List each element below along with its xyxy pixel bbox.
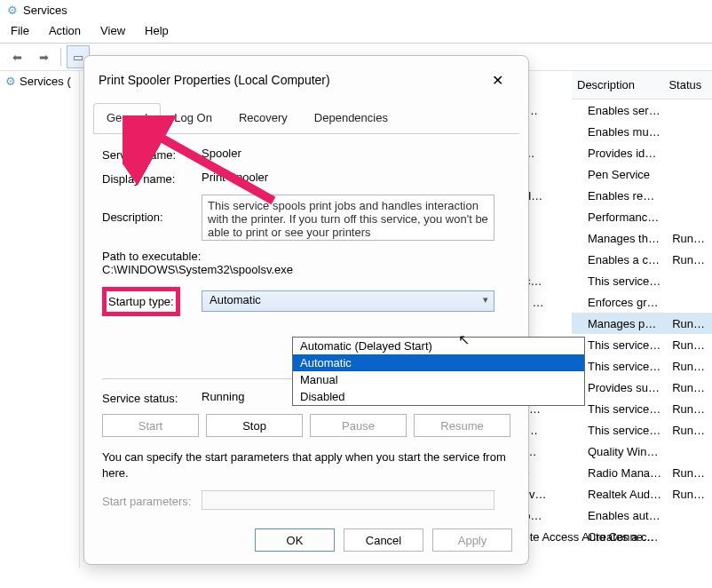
label-path: Path to executable:	[102, 250, 201, 263]
table-row[interactable]: Notifi…This service …Runnin	[572, 355, 712, 377]
ok-button[interactable]: OK	[255, 528, 335, 552]
dropdown-option[interactable]: Automatic	[293, 354, 584, 371]
pause-button[interactable]: Pause	[310, 414, 407, 437]
value-path: C:\WINDOWS\System32\spoolsv.exe	[102, 263, 293, 276]
menu-file[interactable]: File	[11, 24, 29, 37]
close-button[interactable]: ✕	[480, 67, 514, 93]
gear-icon: ⚙	[5, 75, 16, 88]
label-service-name: Service name:	[102, 147, 202, 162]
back-button[interactable]: ⬅	[5, 45, 28, 68]
table-header: Description Status	[572, 71, 712, 99]
tree-root-label[interactable]: Services (	[20, 75, 71, 88]
dropdown-option[interactable]: Disabled	[293, 388, 584, 405]
dropdown-option[interactable]: Manual	[293, 371, 584, 388]
table-row[interactable]: Manages po…Runnin	[572, 313, 712, 334]
col-status[interactable]: Status	[663, 71, 712, 99]
table-row[interactable]: ertsPerformance…	[572, 206, 712, 227]
apply-button[interactable]: Apply	[432, 528, 512, 552]
dialog-title: Print Spooler Properties (Local Computer…	[99, 73, 330, 87]
label-display-name: Display name:	[102, 171, 202, 186]
table-row[interactable]: ity M…Provides ide…	[572, 142, 712, 163]
table-row[interactable]: eshoo…Enables aut…	[572, 505, 712, 526]
table-row[interactable]: rol Pa…This service …Runnin	[572, 398, 712, 419]
table-row[interactable]: al Serv…Realtek Audi…Runnin	[572, 483, 712, 505]
tab-logon[interactable]: Log On	[161, 103, 225, 134]
table-row[interactable]: Enables a co…Runnin	[572, 249, 712, 270]
label-startup-type: Startup type:	[108, 295, 174, 308]
tab-general[interactable]: General	[93, 103, 161, 134]
label-description: Description:	[102, 195, 202, 224]
label-start-params: Start parameters:	[102, 493, 202, 508]
toolbar-sep	[60, 48, 61, 66]
properties-dialog: Print Spooler Properties (Local Computer…	[83, 55, 529, 565]
stop-button[interactable]: Stop	[206, 414, 303, 437]
table-row[interactable]: erviceRadio Mana…Runnin	[572, 462, 712, 483]
app-title: Services	[23, 4, 67, 17]
menubar: File Action View Help	[0, 20, 712, 44]
table-row[interactable]: Assis…This service …Runnin	[572, 419, 712, 441]
highlight-startup: Startup type:	[102, 287, 180, 316]
table-row[interactable]: erator …Enforces gro…	[572, 291, 712, 313]
startup-type-dropdown[interactable]: Automatic (Delayed Start)AutomaticManual…	[292, 337, 585, 406]
resume-button[interactable]: Resume	[414, 414, 510, 437]
value-service-name: Spooler	[202, 147, 510, 160]
gear-icon: ⚙	[7, 4, 18, 17]
table-row[interactable]: This service …Runnin	[572, 334, 712, 355]
table-row[interactable]: pingEnables mul…	[572, 121, 712, 142]
tab-recovery[interactable]: Recovery	[225, 103, 301, 134]
table-row[interactable]: Proto…Enables serv…	[572, 99, 712, 121]
table-row[interactable]: Public…This service …	[572, 270, 712, 291]
cancel-button[interactable]: Cancel	[344, 528, 423, 552]
window-titlebar: ⚙ Services	[0, 0, 712, 20]
menu-help[interactable]: Help	[145, 24, 169, 37]
start-params-input[interactable]	[202, 490, 494, 510]
dropdown-option[interactable]: Automatic (Delayed Start)	[293, 338, 584, 354]
table-row[interactable]: Remote Access Auto Conne…Creates a co…	[572, 526, 712, 547]
description-textbox[interactable]: This service spools print jobs and handl…	[202, 195, 494, 241]
value-display-name: Print Spooler	[202, 171, 510, 184]
table-row[interactable]: DLL H…Enables rem…	[572, 185, 712, 206]
menu-action[interactable]: Action	[49, 24, 81, 37]
start-button[interactable]: Start	[102, 414, 199, 437]
col-description[interactable]: Description	[572, 71, 663, 99]
label-service-status: Service status:	[102, 390, 202, 405]
menu-view[interactable]: View	[100, 24, 125, 37]
table-row[interactable]: Pen Service	[572, 163, 712, 185]
table-row[interactable]: Manages th…Runnin	[572, 227, 712, 249]
hint-text: You can specify the start parameters tha…	[102, 449, 510, 481]
startup-type-select[interactable]: Automatic	[202, 290, 494, 312]
tree-sidebar: ⚙ Services (	[0, 71, 80, 568]
table-row[interactable]: Provides sup…Runnin	[572, 377, 712, 398]
tab-dependencies[interactable]: Dependencies	[301, 103, 401, 134]
tabstrip: General Log On Recovery Dependencies	[84, 102, 528, 133]
table-row[interactable]: o Vid…Quality Win…	[572, 441, 712, 462]
forward-button[interactable]: ➡	[32, 45, 55, 68]
